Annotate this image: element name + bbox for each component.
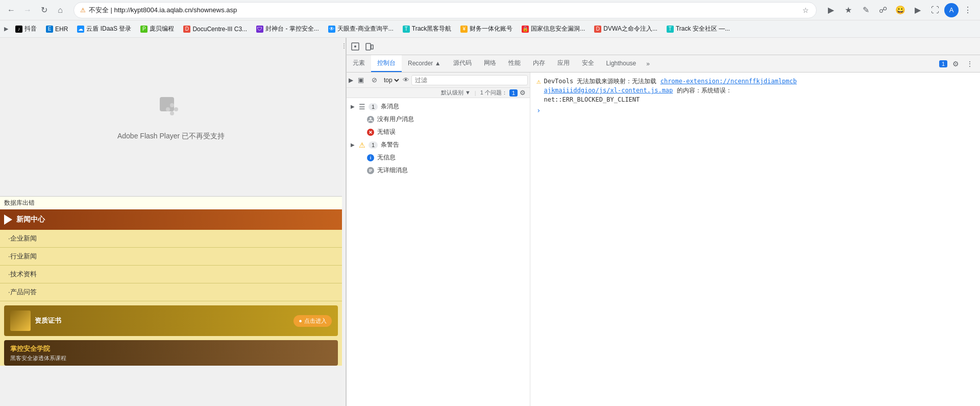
warning-group-label: 条警告: [381, 140, 399, 149]
bookmark-label-track-sec: Track 安全社区 —...: [676, 25, 730, 33]
cert-enter-button[interactable]: ● 点击进入: [293, 315, 332, 327]
warning-icon: ⚠: [536, 77, 541, 104]
tab-sources[interactable]: 源代码: [447, 55, 478, 72]
bookmark-favicon-track-sec: T: [667, 26, 674, 33]
news-menu-item-3[interactable]: ·产品问答: [0, 283, 342, 301]
tab-lighthouse[interactable]: Lighthouse: [600, 55, 643, 72]
console-filter-bar: ▶ ▣ ⊘ top 👁: [347, 73, 530, 88]
console-output-area: ⚠ DevTools 无法加载来源映射：无法加载 chrome-extensio…: [530, 73, 980, 406]
tab-elements[interactable]: 元素: [347, 55, 371, 72]
bookmark-docu[interactable]: D DocuCentre-III C3...: [179, 23, 251, 35]
console-context-select[interactable]: top: [382, 76, 401, 84]
tab-performance[interactable]: 性能: [502, 55, 527, 72]
devtools-more-button[interactable]: ⋮: [964, 58, 976, 70]
flash-text: Adobe Flash Player 已不再受支持: [117, 132, 225, 141]
back-button[interactable]: ←: [4, 3, 18, 17]
bookmark-label-national: 国家信息安全漏洞...: [531, 25, 585, 33]
cert-image: [10, 311, 31, 331]
console-item-no-verbose[interactable]: 无详细消息: [347, 164, 530, 177]
console-message-list: ▶ ☰ 1 条消息 没有用户消: [347, 98, 530, 406]
console-filter-input[interactable]: [411, 75, 528, 85]
console-collapse-button[interactable]: ▶: [349, 77, 353, 84]
no-error-label: 无错误: [377, 128, 396, 136]
forward-button[interactable]: →: [20, 3, 35, 17]
bookmarks-bar: ▶ ♪ 抖音 E EHR ☁ 云盾 IDaaS 登录 P 庞贝编程 D Docu…: [0, 20, 980, 38]
console-item-no-user[interactable]: 没有用户消息: [347, 113, 530, 126]
home-button[interactable]: ⌂: [53, 3, 67, 17]
news-header: 新闻中心: [0, 209, 342, 230]
devtools-content: ▶ ▣ ⊘ top 👁 默认级别 ▼ | 1 个问题： 1 ⚙: [347, 73, 980, 406]
academy-banner[interactable]: 掌控安全学院 黑客安全渗透体系课程: [4, 340, 338, 366]
devtools-settings-button[interactable]: ⚙: [949, 58, 962, 70]
tab-memory[interactable]: 内存: [527, 55, 551, 72]
tab-lighthouse-label: Lighthouse: [606, 60, 636, 67]
bookmark-icon[interactable]: ☆: [801, 5, 810, 15]
console-settings-button[interactable]: ⚙: [520, 89, 526, 97]
db-error-bar: 数据库出错: [0, 196, 342, 209]
cert-banner[interactable]: 资质证书 ● 点击进入: [4, 305, 338, 336]
bookmark-seal[interactable]: 🛡 封神台 - 掌控安全...: [252, 22, 323, 35]
site-content: 新闻中心 ·企业新闻 ·行业新闻 ·技术资料 ·产品问答 资质证书 ● 点击进入: [0, 209, 342, 366]
issue-count-label: 1 个问题：: [480, 89, 507, 97]
bookmark-favicon-national: 🔒: [522, 26, 529, 33]
extensions-puzzle-button[interactable]: ▶: [910, 2, 926, 18]
bookmark-label-finance: 财务一体化账号: [470, 25, 512, 33]
bookmark-idaas[interactable]: ☁ 云盾 IDaaS 登录: [73, 22, 135, 35]
devtools-inspect-button[interactable]: [349, 40, 362, 53]
tab-security[interactable]: 安全: [576, 55, 600, 72]
menu-button[interactable]: ⋮: [960, 2, 976, 18]
bookmark-favicon-pangbei: P: [140, 26, 148, 33]
news-menu-item-0[interactable]: ·企业新闻: [0, 230, 342, 248]
console-right-panel: ⚠ DevTools 无法加载来源映射：无法加载 chrome-extensio…: [530, 73, 980, 406]
news-menu-item-2[interactable]: ·技术资料: [0, 266, 342, 283]
translate-button[interactable]: ☍: [875, 2, 891, 18]
svg-rect-7: [366, 43, 371, 50]
console-eye-button[interactable]: 👁: [403, 76, 409, 84]
bookmark-tianyan[interactable]: 👁 天眼查-商业查询平...: [324, 22, 398, 35]
news-title: 新闻中心: [16, 215, 45, 224]
devtools-device-button[interactable]: [363, 40, 376, 53]
info-circle-icon: i: [367, 154, 374, 161]
tab-application[interactable]: 应用: [551, 55, 576, 72]
console-prohibit-button[interactable]: ⊘: [369, 75, 380, 86]
console-group-warnings[interactable]: ▶ ⚠ 1 条警告: [347, 138, 530, 151]
svg-rect-1: [170, 103, 174, 107]
error-expand-button[interactable]: ›: [536, 106, 974, 114]
fullscreen-button[interactable]: ⛶: [927, 2, 943, 18]
bookmark-ehr[interactable]: E EHR: [42, 23, 72, 35]
bookmark-track-nav[interactable]: T Track黑客导航: [399, 22, 456, 35]
bookmark-label-track-nav: Track黑客导航: [412, 25, 452, 33]
console-item-no-info[interactable]: i 无信息: [347, 151, 530, 164]
svg-rect-2: [166, 107, 170, 111]
bookmark-label-tiktok: 抖音: [24, 25, 37, 33]
tab-network[interactable]: 网络: [478, 55, 502, 72]
console-level-label: 默认级别 ▼: [441, 89, 471, 97]
console-item-no-error[interactable]: 无错误: [347, 126, 530, 138]
emoji-button[interactable]: 😀: [892, 2, 909, 18]
message-count-badge: 1: [369, 103, 378, 110]
reload-button[interactable]: ↻: [37, 3, 51, 17]
news-menu-item-1[interactable]: ·行业新闻: [0, 248, 342, 266]
tab-recorder[interactable]: Recorder ▲: [402, 55, 447, 72]
tab-console[interactable]: 控制台: [371, 55, 402, 72]
address-bar[interactable]: ⚠ 不安全 | http://kypt8004.ia.aqlab.cn/show…: [74, 2, 817, 18]
bookmark-pangbei[interactable]: P 庞贝编程: [136, 22, 178, 35]
cast-button[interactable]: ▶: [823, 2, 839, 18]
error-circle-icon: [367, 129, 374, 136]
console-clear-button[interactable]: ▣: [355, 75, 366, 86]
bookmark-track-sec[interactable]: T Track 安全社区 —...: [663, 22, 734, 35]
message-group-label: 条消息: [381, 102, 399, 111]
tab-more-button[interactable]: »: [642, 55, 654, 72]
console-group-messages[interactable]: ▶ ☰ 1 条消息: [347, 100, 530, 113]
bookmark-tiktok[interactable]: ♪ 抖音: [11, 22, 41, 35]
bookmark-finance[interactable]: ¥ 财务一体化账号: [456, 22, 517, 35]
bookmark-star-button[interactable]: ★: [840, 2, 856, 18]
profile-button[interactable]: A: [944, 3, 959, 17]
tab-memory-label: 内存: [533, 59, 545, 67]
bookmark-label-ehr: EHR: [55, 26, 68, 33]
bookmark-dvwa[interactable]: D DVWA之命令注入...: [590, 22, 662, 35]
flash-plugin-icon: [156, 93, 186, 124]
news-arrow-icon: [4, 214, 12, 225]
extensions-button[interactable]: ✎: [857, 2, 874, 18]
bookmark-national[interactable]: 🔒 国家信息安全漏洞...: [518, 22, 589, 35]
